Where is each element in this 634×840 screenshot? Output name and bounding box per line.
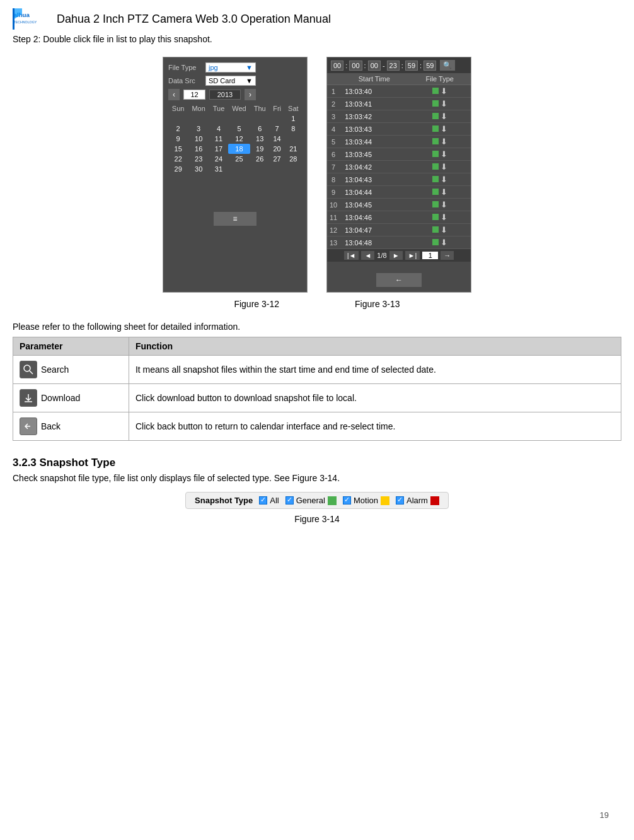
cal-cell[interactable]: 2 [168, 124, 188, 134]
cal-cell[interactable]: 17 [209, 144, 228, 154]
cal-cell[interactable]: 24 [209, 154, 228, 164]
time-mm-start[interactable]: 00 [349, 61, 362, 71]
back-button[interactable]: ← [376, 273, 422, 287]
row-time[interactable]: 13:03:40 [340, 85, 408, 98]
snap-alarm: Alarm [396, 496, 439, 505]
cal-cell[interactable]: 21 [285, 144, 302, 154]
row-time[interactable]: 13:03:41 [340, 98, 408, 110]
next-month-button[interactable]: › [245, 89, 256, 100]
checkbox-all[interactable] [259, 496, 267, 505]
time-ss-start[interactable]: 00 [368, 61, 381, 71]
cal-cell[interactable]: 8 [285, 124, 302, 134]
figures-container: File Type jpg ▼ Data Src SD Card ▼ ‹ › S… [13, 57, 621, 293]
cal-cell[interactable]: 30 [188, 164, 209, 174]
cal-cell[interactable]: 7 [269, 124, 284, 134]
row-time[interactable]: 13:03:43 [340, 123, 408, 136]
row-time[interactable]: 13:03:44 [340, 136, 408, 148]
cal-cell[interactable]: 5 [228, 124, 250, 134]
checkbox-general[interactable] [285, 496, 294, 505]
row-num: 11 [327, 211, 340, 224]
time-hh-start[interactable]: 00 [331, 61, 343, 71]
figure-12: File Type jpg ▼ Data Src SD Card ▼ ‹ › S… [163, 57, 308, 293]
svg-text:TECHNOLOGY: TECHNOLOGY [14, 20, 37, 24]
cal-cell[interactable]: 23 [188, 154, 209, 164]
cal-cell[interactable] [285, 134, 302, 144]
time-hh-end[interactable]: 23 [387, 61, 400, 71]
cal-cell[interactable] [188, 114, 209, 124]
last-page-button[interactable]: ►| [405, 251, 420, 260]
cal-cell[interactable]: 26 [250, 154, 269, 164]
cal-cell[interactable] [168, 114, 188, 124]
data-src-selector[interactable]: SD Card ▼ [205, 76, 256, 86]
snap-motion-label: Motion [354, 496, 378, 505]
row-type: ⬇ [408, 148, 471, 161]
cal-cell[interactable]: 31 [209, 164, 228, 174]
col-function: Function [129, 337, 621, 356]
cal-cell[interactable]: 20 [269, 144, 284, 154]
checkbox-motion[interactable] [343, 496, 351, 505]
row-time[interactable]: 13:04:42 [340, 161, 408, 173]
cal-cell[interactable]: 9 [168, 134, 188, 144]
time-mm-end[interactable]: 59 [405, 61, 418, 71]
page-jump-input[interactable] [422, 252, 438, 259]
cal-cell[interactable]: 4 [209, 124, 228, 134]
cal-cell[interactable]: 11 [209, 134, 228, 144]
cal-cell [285, 164, 302, 174]
row-time[interactable]: 13:04:47 [340, 224, 408, 236]
cal-cell[interactable]: 3 [188, 124, 209, 134]
cal-cell[interactable] [209, 114, 228, 124]
next-page-button[interactable]: ► [389, 251, 403, 260]
cal-cell[interactable]: 25 [228, 154, 250, 164]
param-search-label: Search [41, 365, 69, 375]
pagination-row: |◄ ◄ 1/8 ► ►| → [327, 249, 471, 262]
cal-cell[interactable]: 19 [250, 144, 269, 154]
cal-cell[interactable]: 1 [285, 114, 302, 124]
fig13-label: Figure 3-13 [355, 299, 400, 309]
year-input[interactable] [209, 90, 241, 100]
time-range-row: 00 : 00 : 00 - 23 : 59 : 59 🔍 [327, 57, 471, 73]
cal-cell[interactable] [228, 114, 250, 124]
cal-cell[interactable] [269, 114, 284, 124]
month-input[interactable] [183, 90, 205, 100]
cal-cell-selected[interactable]: 18 [228, 144, 250, 154]
cal-cell[interactable]: 28 [285, 154, 302, 164]
time-ss-end[interactable]: 59 [424, 61, 436, 71]
cal-cell[interactable]: 10 [188, 134, 209, 144]
list-button[interactable]: ≡ [214, 212, 256, 226]
snap-all: All [259, 496, 279, 505]
row-time[interactable]: 13:04:48 [340, 236, 408, 249]
cal-cell[interactable]: 12 [228, 134, 250, 144]
row-type: ⬇ [408, 236, 471, 249]
cal-cell[interactable]: 6 [250, 124, 269, 134]
dahua-logo: alhua TECHNOLOGY [13, 6, 50, 32]
day-tue: Tue [209, 103, 228, 114]
table-row: 10 13:04:45 ⬇ [327, 199, 471, 211]
prev-month-button[interactable]: ‹ [168, 89, 180, 100]
page-jump-button[interactable]: → [441, 251, 454, 260]
row-time[interactable]: 13:04:45 [340, 199, 408, 211]
main-title: Dahua 2 Inch PTZ Camera Web 3.0 Operatio… [57, 13, 331, 26]
snap-all-label: All [270, 496, 279, 505]
row-num: 2 [327, 98, 340, 110]
cal-cell[interactable]: 14 [269, 134, 284, 144]
first-page-button[interactable]: |◄ [344, 251, 359, 260]
row-time[interactable]: 13:03:45 [340, 148, 408, 161]
row-type: ⬇ [408, 199, 471, 211]
cal-cell[interactable]: 16 [188, 144, 209, 154]
cal-cell[interactable]: 29 [168, 164, 188, 174]
row-time[interactable]: 13:04:43 [340, 173, 408, 186]
row-time[interactable]: 13:03:42 [340, 110, 408, 123]
file-type-selector[interactable]: jpg ▼ [205, 62, 256, 73]
svg-point-5 [24, 365, 30, 371]
cal-cell[interactable] [250, 114, 269, 124]
cal-cell[interactable]: 22 [168, 154, 188, 164]
checkbox-alarm[interactable] [396, 496, 404, 505]
cal-cell[interactable]: 27 [269, 154, 284, 164]
cal-cell[interactable]: 13 [250, 134, 269, 144]
cal-cell[interactable]: 15 [168, 144, 188, 154]
search-button[interactable]: 🔍 [440, 60, 455, 71]
snap-alarm-label: Alarm [406, 496, 428, 505]
row-time[interactable]: 13:04:46 [340, 211, 408, 224]
row-time[interactable]: 13:04:44 [340, 186, 408, 199]
prev-page-button[interactable]: ◄ [361, 251, 374, 260]
